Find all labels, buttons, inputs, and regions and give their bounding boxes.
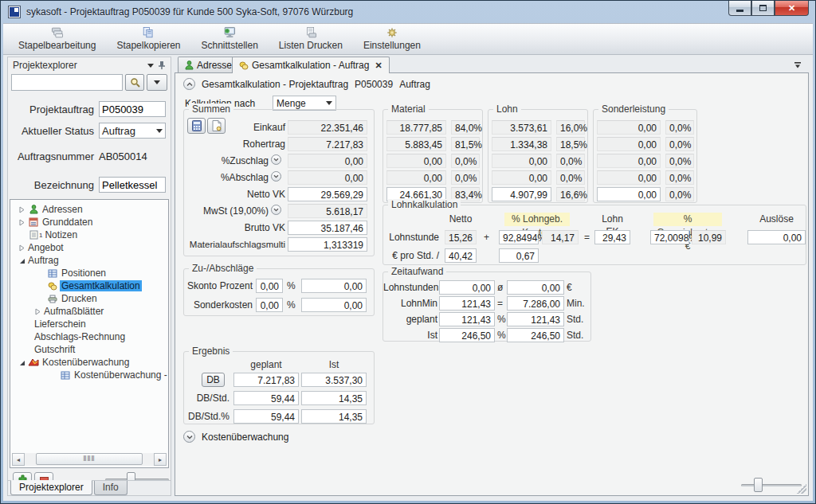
netto-vk-field[interactable]: 29.569,29 xyxy=(288,187,367,201)
euro-pro-std-field[interactable]: 40,42 xyxy=(445,248,477,263)
slider-thumb[interactable] xyxy=(754,478,763,492)
geplant-field-2[interactable]: 121,43 xyxy=(507,312,564,326)
rohertrag-field: 7.217,83 xyxy=(288,137,367,151)
sonder-pct: 0,0% xyxy=(665,170,694,185)
collapse-section-button[interactable] xyxy=(183,78,195,90)
sonder-value: 0,00 xyxy=(597,154,661,168)
expander-collapsed-icon[interactable] xyxy=(17,205,26,214)
material-value: 0,00 xyxy=(386,170,446,185)
search-button[interactable] xyxy=(125,74,144,91)
toolbar-button-stapelbearbeitung[interactable]: Stapelbearbeitung xyxy=(8,24,106,54)
tree-item-drucken[interactable]: Drucken xyxy=(10,292,168,305)
minimize-button[interactable] xyxy=(728,1,751,16)
expander-expanded-icon[interactable] xyxy=(17,256,26,265)
materialaufschlagsmulti-field[interactable]: 1,313319 xyxy=(288,237,367,252)
tab-projektexplorer[interactable]: Projektexplorer xyxy=(10,480,92,495)
sonder-value: 0,00 xyxy=(597,170,661,185)
tree-item-abschlags-rechnung[interactable]: Abschlags-Rechnung xyxy=(10,330,168,343)
status-select[interactable]: Auftrag xyxy=(99,123,166,139)
tab-close-icon[interactable]: ✕ xyxy=(375,61,382,71)
search-options-button[interactable] xyxy=(147,74,167,91)
toolbar-button-einstellungen[interactable]: Einstellungen xyxy=(353,24,431,54)
bezeichnung-field[interactable] xyxy=(99,177,166,193)
scroll-right-icon[interactable]: ▸ xyxy=(154,453,167,466)
expander-collapsed-icon[interactable] xyxy=(33,307,42,316)
tree-item-auftrag[interactable]: Auftrag xyxy=(10,254,168,267)
expand-section-button[interactable] xyxy=(183,431,195,443)
expander-collapsed-icon[interactable] xyxy=(17,243,26,252)
expander-collapsed-icon[interactable] xyxy=(17,217,26,227)
geplant-field-1[interactable]: 121,43 xyxy=(439,312,495,326)
lohnstunden-field-1[interactable]: 0,00 xyxy=(439,280,495,295)
lohnstunden-field-2[interactable]: 0,00 xyxy=(507,280,564,295)
projektauftrag-field[interactable] xyxy=(99,101,166,117)
tree-item-notizen[interactable]: 1 Notizen xyxy=(10,229,168,241)
db-std-ist-field[interactable]: 14,35 xyxy=(301,391,367,405)
search-input[interactable] xyxy=(11,74,123,91)
ist-field-2[interactable]: 246,50 xyxy=(507,328,564,342)
brutto-vk-field[interactable]: 35.187,46 xyxy=(288,221,367,235)
expander-expanded-icon[interactable] xyxy=(17,357,26,367)
lohn-value: 3.573,61 xyxy=(492,120,551,135)
scrollbar-thumb[interactable]: ⦀⦀⦀ xyxy=(36,453,143,465)
material-value: 5.883,45 xyxy=(386,137,446,151)
lohn-netto-field[interactable]: 4.907,99 xyxy=(492,187,551,201)
title-bar[interactable]: sykasoft - Projektauftrag P050039 für Ku… xyxy=(1,1,815,23)
db-std-geplant-field[interactable]: 59,44 xyxy=(233,391,299,405)
col-netto: Netto xyxy=(445,213,477,225)
lohngeb-pct-field[interactable]: 92,8494% xyxy=(499,230,539,244)
tree-item-lieferschein[interactable]: Lieferschein xyxy=(10,318,168,330)
euro-pro-min-field[interactable]: 0,67 xyxy=(499,248,539,263)
close-button[interactable]: ✕ xyxy=(775,1,809,16)
tree-item-aufmassblaetter[interactable]: Aufmaßblätter xyxy=(10,305,168,318)
toolbar-button-schnittstellen[interactable]: Schnittstellen xyxy=(190,24,268,54)
scroll-left-icon[interactable]: ◂ xyxy=(12,453,25,466)
group-material: Material 18.777,8584,0% 5.883,4581,5% 0,… xyxy=(382,109,483,203)
skonto-pct-field[interactable]: 0,00 xyxy=(256,279,283,293)
skonto-value-field[interactable]: 0,00 xyxy=(301,279,367,293)
tree-item-kostenueberwachung[interactable]: Kostenüberwachung xyxy=(10,356,168,369)
group-title: Ergebnis xyxy=(189,346,233,357)
tab-gesamtkalkulation-auftrag[interactable]: Gesamtkalkulation - Auftrag ✕ xyxy=(232,57,390,73)
mwst-dropdown-button[interactable] xyxy=(271,205,281,215)
db-button[interactable]: DB xyxy=(202,373,225,387)
tree-item-positionen[interactable]: Positionen xyxy=(10,267,168,279)
toolbar-button-listen-drucken[interactable]: Listen Drucken xyxy=(269,24,353,54)
resize-grip[interactable] xyxy=(797,484,806,494)
tab-list-button[interactable] xyxy=(791,60,804,71)
gemeinkosten-value-field: 10,99 xyxy=(692,230,726,244)
db-std-pct-geplant-field[interactable]: 59,44 xyxy=(233,409,299,424)
db-ist-field[interactable]: 3.537,30 xyxy=(301,373,367,387)
ausloese-field[interactable]: 0,00 xyxy=(747,230,806,244)
zuschlag-dropdown-button[interactable] xyxy=(271,154,281,165)
tab-info[interactable]: Info xyxy=(94,481,128,495)
lohn-ek-field[interactable]: 29,43 xyxy=(594,230,630,244)
lohnmin-field-2[interactable]: 7.286,00 xyxy=(507,296,564,311)
panel-zoom-slider[interactable] xyxy=(741,484,802,486)
summen-row-label: %Abschlag xyxy=(184,170,269,185)
tree-item-kostenueberwachung-buchung[interactable]: Kostenüberwachung - Buchung xyxy=(10,369,168,381)
lohnmin-field-1[interactable]: 121,43 xyxy=(439,296,495,311)
maximize-button[interactable] xyxy=(751,1,775,16)
toolbar-button-stapelkopieren[interactable]: Stapelkopieren xyxy=(106,24,190,54)
tree-item-gutschrift[interactable]: Gutschrift xyxy=(10,343,168,356)
ist-field-1[interactable]: 246,50 xyxy=(439,328,495,342)
pin-button[interactable] xyxy=(156,60,167,71)
operator: ø xyxy=(497,280,503,295)
panel-menu-button[interactable] xyxy=(145,60,156,71)
tree-item-gesamtkalkulation[interactable]: Gesamtkalkulation xyxy=(10,279,168,292)
db-std-pct-ist-field[interactable]: 14,35 xyxy=(301,409,367,424)
gemeinkosten-pct-field[interactable]: 72,0098% xyxy=(650,230,689,244)
col-geplant: geplant xyxy=(233,358,299,371)
abschlag-dropdown-button[interactable] xyxy=(271,171,281,182)
sonder-netto-field[interactable]: 0,00 xyxy=(597,187,661,201)
tree-horizontal-scrollbar[interactable]: ◂ ⦀⦀⦀ ▸ xyxy=(12,453,167,466)
kostenueberwachung-section[interactable]: Kostenüberwachung xyxy=(183,431,288,443)
tree-item-angebot[interactable]: Angebot xyxy=(10,241,168,254)
tree-item-adressen[interactable]: Adressen xyxy=(10,203,168,216)
tree-item-grunddaten[interactable]: Grunddaten xyxy=(10,216,168,229)
toolbar-label: Stapelkopieren xyxy=(116,40,180,51)
db-geplant-field[interactable]: 7.217,83 xyxy=(233,373,299,387)
sonderkosten-value-field[interactable]: 0,00 xyxy=(301,298,367,312)
sonderkosten-pct-field[interactable]: 0,00 xyxy=(256,298,283,312)
